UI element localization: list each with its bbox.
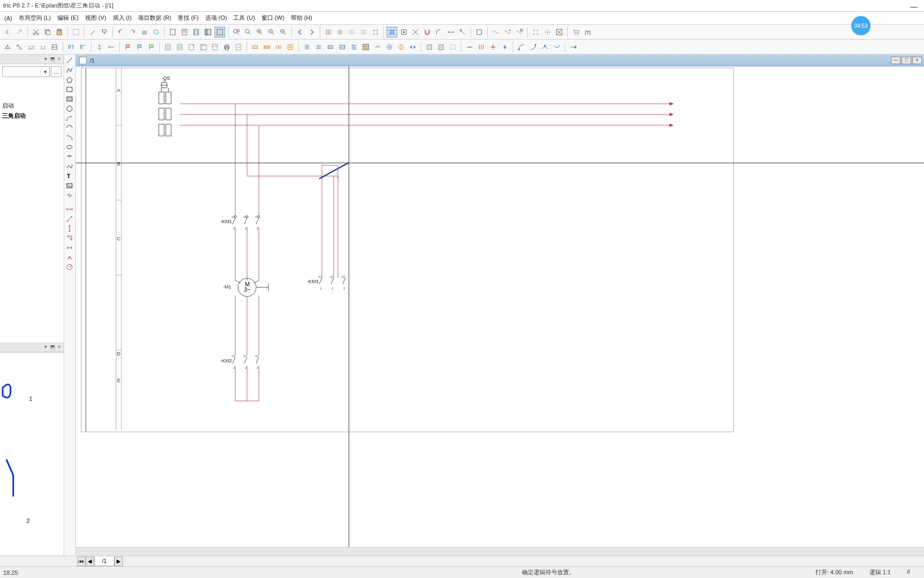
tool-dim[interactable] [445,27,456,37]
t2-3[interactable]: 123 [26,42,36,52]
t2-sym3[interactable] [273,42,284,52]
menu-tools[interactable]: 工具 (U) [231,13,257,23]
t2-sq1[interactable] [424,42,435,52]
tool-grid1[interactable] [323,27,334,37]
t2-flag1[interactable] [122,42,133,52]
doc-maximize-icon[interactable]: □ [902,57,911,64]
vtool-rect-fill[interactable] [64,94,75,104]
t2-6[interactable] [66,42,76,52]
tool-ortho[interactable] [434,27,444,37]
tool-undo[interactable] [116,27,126,37]
vtool-arc1[interactable] [64,113,75,123]
tool-snap[interactable] [387,27,397,37]
vtool-text[interactable]: T [64,171,75,181]
doc-minimize-icon[interactable]: — [891,57,900,64]
tool-cart[interactable] [571,27,581,37]
tool-expand[interactable] [530,27,541,37]
page-tab-1[interactable]: /1 [94,557,114,566]
t2-flag2[interactable] [134,42,145,52]
tool-grid3[interactable] [346,27,357,37]
tool-snap2[interactable] [398,27,409,37]
t2-hatch[interactable] [436,42,446,52]
tree-item-2[interactable]: 三角启动 [2,111,61,121]
tool-undo-list[interactable] [139,27,150,37]
chevron-down-icon[interactable]: ▾ [41,69,49,75]
menu-insert[interactable]: 插入 (I) [111,13,134,23]
preview-close-icon[interactable]: × [56,344,63,351]
t2-9[interactable] [106,42,117,52]
tool-layout2[interactable] [214,27,225,37]
tool-cut[interactable] [30,27,41,37]
t2-conn6[interactable] [360,42,371,52]
t2-conn9[interactable] [396,42,406,52]
doc-close-icon[interactable]: × [912,57,922,64]
tool-redo[interactable] [127,27,138,37]
tool-grid4[interactable] [358,27,369,37]
t2-doc5[interactable] [210,42,220,52]
t2-conn10[interactable] [407,42,418,52]
t2-arc4[interactable] [551,42,562,52]
menu-help[interactable]: 帮助 (H) [289,13,314,23]
t2-sym1[interactable] [250,42,260,52]
t2-7[interactable] [78,42,88,52]
menu-edit[interactable]: 编辑 (E) [55,13,81,23]
t2-doc4[interactable] [198,42,209,52]
tool-format[interactable] [99,27,110,37]
t2-w4[interactable] [499,42,510,52]
panel-dropdown-icon[interactable]: ▾ [42,56,49,63]
t2-conn3[interactable] [325,42,336,52]
tool-sig3[interactable] [514,27,525,37]
t2-doc6[interactable] [233,42,244,52]
tool-zoom-win[interactable] [231,27,242,37]
tool-paste[interactable] [54,27,65,37]
tool-snap3[interactable] [410,27,421,37]
menu-layout[interactable]: 布局空间 (L) [17,13,53,23]
t2-w2[interactable] [476,42,487,52]
tool-center[interactable] [542,27,553,37]
menu-window[interactable]: 窗口 (W) [259,13,287,23]
tool-zoom-out[interactable] [266,27,277,37]
tool-copy[interactable] [42,27,53,37]
tool-dim2[interactable] [457,27,468,37]
t2-arc1[interactable] [516,42,527,52]
tool-nav-fwd[interactable] [306,27,317,37]
tool-zoom-prev[interactable] [278,27,289,37]
menu-view[interactable]: 视图 (V) [83,13,109,23]
vtool-dim1[interactable] [64,204,75,214]
t2-conn5[interactable] [349,42,359,52]
t2-sq2[interactable] [448,42,458,52]
t2-sym2[interactable] [261,42,272,52]
vtool-polygon[interactable] [64,75,75,85]
t2-5[interactable] [49,42,60,52]
vtool-ellarc[interactable] [64,152,75,162]
menu-options[interactable]: 选项 (O) [203,13,229,23]
t2-2[interactable] [14,42,25,52]
vtool-dim2[interactable] [64,214,75,224]
panel-pin-icon[interactable]: ⬒ [49,56,56,63]
tool-full[interactable] [554,27,565,37]
tab-next-icon[interactable]: ▶ [114,557,123,566]
minimize-icon[interactable]: — [910,2,918,11]
tool-zoom-fit[interactable] [243,27,253,37]
vtool-arc3[interactable] [64,133,75,142]
vtool-rect[interactable] [64,85,75,94]
t2-conn8[interactable] [384,42,395,52]
t2-w3[interactable] [488,42,498,52]
tree-item-1[interactable]: 启动 [2,101,61,111]
tool-page2[interactable] [179,27,190,37]
vtool-dim5[interactable] [64,243,75,253]
tool-page3[interactable] [191,27,202,37]
tool-prev[interactable] [2,27,13,37]
vtool-spline[interactable] [64,162,75,171]
preview-dropdown-icon[interactable]: ▾ [42,344,49,351]
vtool-line[interactable] [64,56,75,65]
t2-print[interactable] [221,42,232,52]
t2-1[interactable] [2,42,13,52]
tool-sig2[interactable] [502,27,513,37]
t2-arc2[interactable] [528,42,538,52]
menu-project-data[interactable]: 项目数据 (R) [136,13,173,23]
t2-conn1[interactable] [302,42,312,52]
tool-zoom-in[interactable] [255,27,265,37]
vtool-ellipse[interactable] [64,142,75,152]
preview-pin-icon[interactable]: ⬒ [49,344,56,351]
